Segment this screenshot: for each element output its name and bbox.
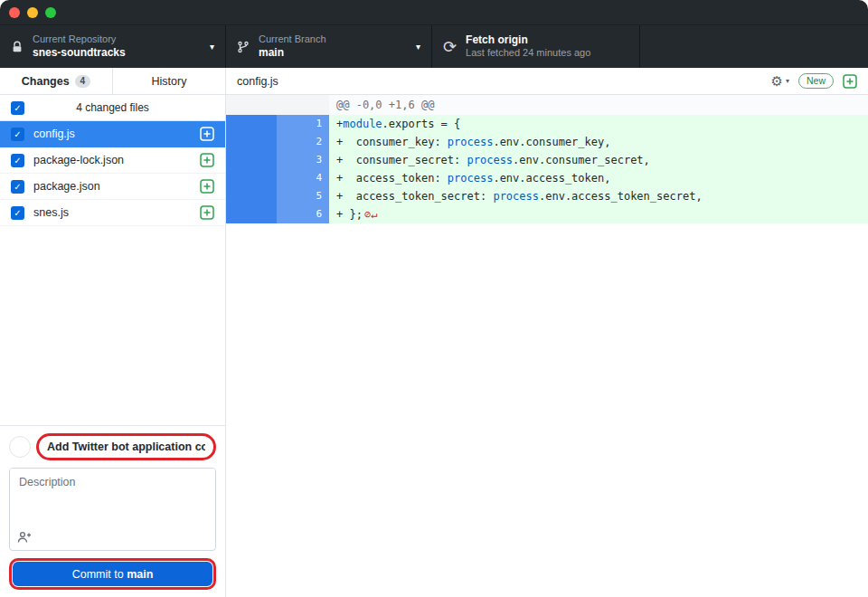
code-line: +module.exports = { — [329, 115, 868, 133]
code-keyword: process — [493, 190, 539, 203]
file-checkbox[interactable]: ✓ — [11, 206, 24, 220]
line-number[interactable]: 3 — [277, 151, 329, 169]
git-branch-icon — [237, 40, 250, 54]
fetch-origin-button[interactable]: ⟳ Fetch origin Last fetched 24 minutes a… — [432, 25, 640, 68]
diff-header-actions: ⚙▾ New — [771, 73, 857, 89]
line-number[interactable]: 2 — [277, 133, 329, 151]
file-added-icon — [200, 127, 214, 141]
annotation-highlight-commit: Commit to main — [9, 558, 216, 590]
code-keyword: process — [448, 172, 494, 185]
commit-description-box — [9, 468, 216, 551]
code-line: + consumer_key: process.env.consumer_key… — [329, 133, 868, 151]
diff-header: config.js ⚙▾ New — [226, 68, 868, 95]
changed-file-list: ✓ config.js ✓ package-lock.json ✓ packag… — [0, 121, 225, 226]
diff-line[interactable]: 1 +module.exports = { — [226, 115, 868, 133]
sidebar: Changes 4 History ✓ 4 changed files ✓ co… — [0, 68, 226, 597]
tab-changes[interactable]: Changes 4 — [0, 68, 113, 94]
diff-panel: config.js ⚙▾ New @@ -0,0 +1,6 @@ — [226, 68, 868, 597]
sidebar-spacer — [0, 226, 225, 425]
gutter-old-selected[interactable] — [226, 187, 277, 205]
gutter-old-selected[interactable] — [226, 169, 277, 187]
commit-form: Commit to main — [0, 425, 225, 597]
add-coauthor-icon[interactable] — [17, 530, 32, 545]
zoom-window-button[interactable] — [45, 7, 56, 18]
code-keyword: module — [343, 118, 382, 130]
chevron-down-icon: ▾ — [786, 78, 789, 85]
content-area: Changes 4 History ✓ 4 changed files ✓ co… — [0, 68, 868, 597]
minimize-window-button[interactable] — [27, 7, 38, 18]
commit-button[interactable]: Commit to main — [13, 562, 212, 586]
fetch-origin-label: Fetch origin — [466, 33, 590, 47]
hunk-header-text: @@ -0,0 +1,6 @@ — [329, 95, 868, 115]
fetch-origin-status: Last fetched 24 minutes ago — [466, 47, 590, 60]
file-checkbox[interactable]: ✓ — [11, 128, 24, 141]
diff-line[interactable]: 3 + consumer_secret: process.env.consume… — [226, 151, 868, 169]
line-number[interactable]: 5 — [277, 187, 329, 205]
avatar — [9, 436, 31, 458]
sidebar-tabs: Changes 4 History — [0, 68, 225, 95]
code-text: .env.access_token, — [493, 172, 610, 185]
code-text: }; — [343, 208, 363, 221]
line-number[interactable]: 4 — [277, 169, 329, 187]
code-text: access_token_secret: — [343, 190, 493, 203]
diff-options-button[interactable]: ⚙▾ — [771, 74, 789, 88]
chevron-down-icon: ▾ — [210, 42, 214, 52]
code-text: .env.consumer_key, — [493, 136, 610, 148]
no-newline-icon: ⊘↵ — [363, 208, 377, 221]
fetch-origin-text: Fetch origin Last fetched 24 minutes ago — [466, 33, 590, 60]
commit-summary-input[interactable] — [40, 437, 212, 457]
gutter-old-selected[interactable] — [226, 151, 277, 169]
file-checkbox[interactable]: ✓ — [11, 154, 24, 167]
description-footer — [10, 528, 215, 550]
code-line: + access_token_secret: process.env.acces… — [329, 187, 868, 205]
changed-files-summary: 4 changed files — [0, 95, 225, 121]
file-name: config.js — [33, 128, 191, 140]
line-number[interactable]: 6 — [277, 205, 329, 223]
toolbar: Current Repository snes-soundtracks ▾ Cu… — [0, 25, 868, 68]
code-line: + };⊘↵ — [329, 205, 868, 223]
lock-icon — [11, 40, 24, 54]
changes-count-badge: 4 — [75, 75, 91, 88]
tab-history-label: History — [152, 75, 187, 88]
code-keyword: process — [448, 136, 494, 148]
diff-line[interactable]: 6 + };⊘↵ — [226, 205, 868, 223]
close-window-button[interactable] — [9, 7, 20, 18]
file-row-package-lock-json[interactable]: ✓ package-lock.json — [0, 147, 225, 174]
chevron-down-icon: ▾ — [416, 42, 420, 52]
changed-files-header: ✓ 4 changed files — [0, 95, 225, 121]
tab-history[interactable]: History — [113, 68, 225, 94]
commit-button-prefix: Commit to — [72, 568, 127, 581]
file-checkbox[interactable]: ✓ — [11, 180, 24, 194]
traffic-lights — [9, 7, 56, 18]
diff-line[interactable]: 2 + consumer_key: process.env.consumer_k… — [226, 133, 868, 151]
code-text: .env.access_token_secret, — [539, 190, 703, 203]
file-row-package-json[interactable]: ✓ package.json — [0, 174, 225, 200]
current-repository-value: snes-soundtracks — [33, 46, 126, 60]
line-number[interactable]: 1 — [277, 115, 329, 133]
gutter-old-selected[interactable] — [226, 133, 277, 151]
code-text: consumer_key: — [343, 136, 448, 148]
gutter-new — [277, 95, 329, 115]
code-text: .env.consumer_secret, — [513, 154, 650, 166]
file-added-icon — [200, 205, 214, 220]
tab-changes-label: Changes — [22, 75, 70, 88]
file-added-icon — [200, 153, 214, 167]
diff-line[interactable]: 4 + access_token: process.env.access_tok… — [226, 169, 868, 187]
file-name: package.json — [33, 180, 191, 193]
commit-summary-row — [9, 433, 216, 460]
github-desktop-window: Current Repository snes-soundtracks ▾ Cu… — [0, 0, 868, 597]
current-branch-dropdown[interactable]: Current Branch main ▾ — [226, 25, 432, 68]
current-branch-label: Current Branch — [259, 33, 326, 46]
file-row-config-js[interactable]: ✓ config.js — [0, 121, 225, 147]
gutter-old-selected[interactable] — [226, 115, 277, 133]
commit-description-input[interactable] — [10, 469, 215, 525]
diff-line[interactable]: 5 + access_token_secret: process.env.acc… — [226, 187, 868, 205]
expand-whitespace-icon[interactable] — [843, 74, 857, 89]
sync-icon: ⟳ — [443, 39, 457, 55]
current-repository-dropdown[interactable]: Current Repository snes-soundtracks ▾ — [0, 25, 226, 68]
gutter-old-selected[interactable] — [226, 205, 277, 223]
file-row-snes-js[interactable]: ✓ snes.js — [0, 200, 225, 226]
code-text: consumer_secret: — [343, 154, 467, 166]
select-all-checkbox[interactable]: ✓ — [11, 101, 24, 115]
gutter-old — [226, 95, 277, 115]
